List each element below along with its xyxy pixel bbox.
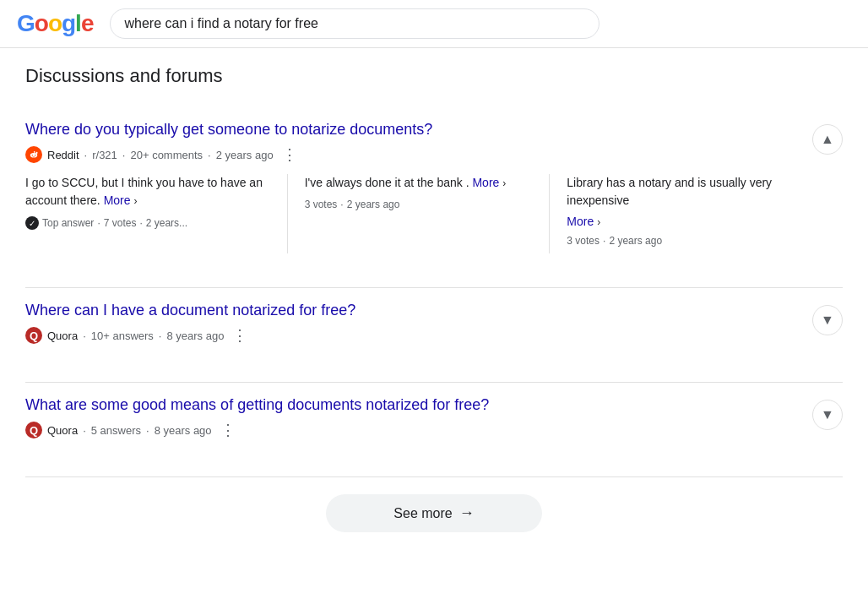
time-a1: 2 years... xyxy=(146,217,187,229)
time-a3: 2 years ago xyxy=(609,235,662,247)
votes-3: 3 votes xyxy=(567,235,599,247)
source-name-2: Quora xyxy=(47,329,78,342)
top-answer-label: Top answer xyxy=(42,217,94,229)
see-more-button[interactable]: See more → xyxy=(326,494,541,532)
search-input[interactable] xyxy=(124,16,585,31)
answers-sep-2: · xyxy=(83,329,86,342)
discussion-content-2: Where can I have a document notarized fo… xyxy=(25,302,812,355)
votes-1: 7 votes xyxy=(104,217,137,229)
comments-sep-1: · xyxy=(122,149,126,161)
expand-button-2[interactable]: ▼ xyxy=(812,305,843,335)
discussion-item-3: What are some good means of getting docu… xyxy=(25,383,843,477)
logo-o2: o xyxy=(48,10,62,37)
google-logo: Google xyxy=(17,10,93,37)
logo-o1: o xyxy=(35,10,48,37)
time-sep-a3: · xyxy=(603,235,605,247)
answer-col-3: Library has a notary and is usually very… xyxy=(550,174,812,253)
logo-g2: g xyxy=(62,10,75,37)
answer-footer-2: 3 votes · 2 years ago xyxy=(305,199,533,210)
options-menu-3[interactable]: ⋮ xyxy=(217,421,239,439)
time-3: 8 years ago xyxy=(155,424,212,437)
time-sep-2: · xyxy=(159,329,162,342)
answer-footer-3: 3 votes · 2 years ago xyxy=(567,235,812,247)
logo-e: e xyxy=(81,10,94,37)
quora-icon-2: Q xyxy=(25,327,42,344)
discussion-item-2: Where can I have a document notarized fo… xyxy=(25,288,843,383)
source-name-3: Quora xyxy=(47,424,78,437)
header: Google xyxy=(0,0,868,48)
answer-text-2: I've always done it at the bank . More › xyxy=(305,174,533,192)
comments-1: 20+ comments xyxy=(130,149,203,161)
discussion-content-1: Where do you typically get someone to no… xyxy=(25,121,812,260)
time-sep-a1: · xyxy=(139,217,142,229)
logo-l: l xyxy=(75,10,81,37)
discussion-meta-2: Q Quora · 10+ answers · 8 years ago ⋮ xyxy=(25,326,812,345)
more-link-1[interactable]: More xyxy=(104,193,131,207)
answer-text-1: I go to SCCU, but I think you have to ha… xyxy=(25,174,270,210)
votes-2: 3 votes xyxy=(305,199,338,210)
discussion-item-1: Where do you typically get someone to no… xyxy=(25,107,843,288)
search-bar[interactable] xyxy=(110,8,599,39)
source-name-1: Reddit xyxy=(47,149,79,161)
quora-icon-3: Q xyxy=(25,422,42,438)
answers-grid-1: I go to SCCU, but I think you have to ha… xyxy=(25,174,812,253)
time-sep-3: · xyxy=(146,424,149,437)
discussion-row-1: Where do you typically get someone to no… xyxy=(25,107,843,274)
answers-count-3: 5 answers xyxy=(91,424,141,437)
svg-point-3 xyxy=(35,155,35,155)
discussion-content-3: What are some good means of getting docu… xyxy=(25,396,812,449)
discussion-row-2: Where can I have a document notarized fo… xyxy=(25,288,843,368)
chevron-1: › xyxy=(133,195,137,207)
see-more-label: See more xyxy=(393,506,452,521)
time-1: 2 years ago xyxy=(216,149,274,161)
collapse-button-1[interactable]: ▲ xyxy=(812,124,843,155)
chevron-3: › xyxy=(597,216,600,228)
time-a2: 2 years ago xyxy=(347,199,400,210)
check-circle-1: ✓ xyxy=(25,216,39,230)
discussion-title-1[interactable]: Where do you typically get someone to no… xyxy=(25,121,812,139)
more-link-2[interactable]: More xyxy=(472,176,499,189)
more-link-3[interactable]: More xyxy=(567,215,594,228)
reddit-icon xyxy=(25,146,42,163)
source-separator-1: · xyxy=(84,149,88,161)
time-sep-1: · xyxy=(208,149,211,161)
discussion-title-2[interactable]: Where can I have a document notarized fo… xyxy=(25,302,812,319)
time-2: 8 years ago xyxy=(166,329,224,342)
section-title: Discussions and forums xyxy=(25,65,843,87)
chevron-2: › xyxy=(502,177,506,189)
votes-sep-1: · xyxy=(97,217,100,229)
time-sep-a2: · xyxy=(340,199,343,210)
arrow-right-icon: → xyxy=(459,504,475,522)
discussion-meta-3: Q Quora · 5 answers · 8 years ago ⋮ xyxy=(25,421,812,439)
logo-g: G xyxy=(17,10,35,37)
discussion-title-3[interactable]: What are some good means of getting docu… xyxy=(25,396,812,414)
discussion-row-3: What are some good means of getting docu… xyxy=(25,383,843,463)
svg-point-5 xyxy=(34,151,35,153)
subreddit-1: r/321 xyxy=(92,149,117,161)
options-menu-1[interactable]: ⋮ xyxy=(279,145,301,164)
svg-point-2 xyxy=(32,155,33,155)
main-content: Discussions and forums Where do you typi… xyxy=(0,48,868,558)
answers-count-2: 10+ answers xyxy=(91,329,154,342)
options-menu-2[interactable]: ⋮ xyxy=(229,326,251,345)
answers-sep-3: · xyxy=(83,424,86,437)
answer-text-3: Library has a notary and is usually very… xyxy=(567,174,812,210)
discussion-meta-1: Reddit · r/321 · 20+ comments · 2 years … xyxy=(25,145,812,164)
see-more-container: See more → xyxy=(25,477,843,541)
expand-button-3[interactable]: ▼ xyxy=(812,400,843,430)
answer-col-2: I've always done it at the bank . More ›… xyxy=(288,174,551,253)
answer-footer-1: ✓ Top answer · 7 votes · 2 years... xyxy=(25,216,270,230)
answer-col-1: I go to SCCU, but I think you have to ha… xyxy=(25,174,288,253)
